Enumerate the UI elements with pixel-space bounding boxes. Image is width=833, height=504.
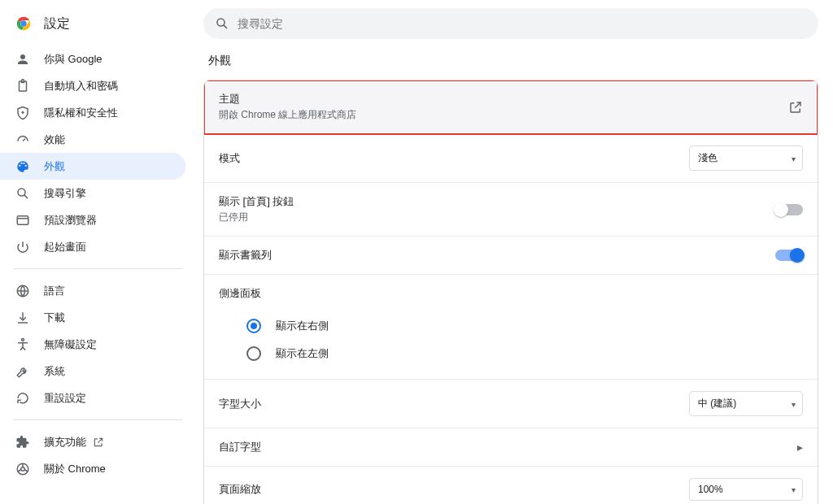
row-home-button: 顯示 [首頁] 按鈕 已停用	[204, 183, 818, 237]
row-custom-font[interactable]: 自訂字型 ▸	[204, 428, 818, 467]
sidebar-item-label: 關於 Chrome	[44, 462, 106, 476]
sidebar-item-label: 語言	[44, 284, 65, 298]
row-title: 字型大小	[219, 397, 689, 411]
row-font-size: 字型大小 中 (建議)	[204, 380, 818, 428]
side-panel-left-option[interactable]: 顯示在左側	[219, 340, 803, 367]
download-icon	[15, 311, 31, 325]
sidebar: 設定 你與 Google 自動填入和密碼 隱私權和安全性 效能 外觀	[0, 0, 195, 504]
sidebar-item-label: 無障礙設定	[44, 337, 97, 352]
sidebar-item-privacy[interactable]: 隱私權和安全性	[0, 99, 185, 126]
clipboard-icon	[15, 79, 31, 93]
open-in-new-icon	[93, 437, 104, 448]
row-title: 顯示書籤列	[219, 248, 775, 263]
row-title: 頁面縮放	[219, 482, 689, 497]
row-title: 顯示 [首頁] 按鈕	[219, 194, 775, 209]
svg-point-4	[18, 189, 25, 196]
row-page-zoom: 頁面縮放 100%	[204, 467, 818, 504]
sidebar-item-label: 預設瀏覽器	[44, 213, 97, 228]
row-theme[interactable]: 主題 開啟 Chrome 線上應用程式商店	[204, 80, 818, 134]
svg-line-5	[24, 194, 28, 198]
radio-icon	[246, 319, 261, 333]
person-icon	[15, 52, 31, 67]
power-icon	[15, 240, 31, 254]
side-panel-title: 側邊面板	[219, 286, 803, 301]
accessibility-icon	[15, 337, 31, 352]
sidebar-item-on-startup[interactable]: 起始畫面	[0, 233, 185, 260]
sidebar-item-label: 外觀	[44, 159, 65, 174]
sidebar-item-label: 下載	[44, 311, 65, 325]
sidebar-item-reset[interactable]: 重設設定	[0, 385, 185, 411]
home-button-toggle[interactable]	[775, 204, 803, 215]
font-size-select[interactable]: 中 (建議)	[689, 391, 803, 416]
appearance-card: 主題 開啟 Chrome 線上應用程式商店 模式 淺色 顯示 [首頁] 按鈕 已…	[203, 80, 818, 504]
svg-point-3	[22, 111, 24, 113]
search-bar[interactable]	[203, 8, 818, 39]
sidebar-item-you-and-google[interactable]: 你與 Google	[0, 46, 185, 72]
sidebar-list-2: 語言 下載 無障礙設定 系統 重設設定	[0, 277, 195, 411]
globe-icon	[15, 284, 31, 298]
section-title: 外觀	[208, 54, 818, 68]
sidebar-item-label: 自動填入和密碼	[44, 79, 118, 93]
sidebar-item-label: 搜尋引擎	[44, 186, 86, 201]
sidebar-item-label: 隱私權和安全性	[44, 106, 118, 120]
chrome-logo-icon	[15, 15, 33, 33]
row-subtitle: 已停用	[219, 211, 775, 224]
sidebar-item-search-engine[interactable]: 搜尋引擎	[0, 180, 185, 206]
reset-icon	[15, 391, 31, 406]
sidebar-divider	[13, 268, 182, 269]
sidebar-item-about-chrome[interactable]: 關於 Chrome	[0, 455, 185, 482]
row-title: 模式	[219, 151, 689, 166]
sidebar-item-label: 系統	[44, 364, 65, 379]
mode-select[interactable]: 淺色	[689, 146, 803, 171]
sidebar-list-1: 你與 Google 自動填入和密碼 隱私權和安全性 效能 外觀 搜尋引擎	[0, 46, 195, 260]
sidebar-item-label: 你與 Google	[44, 52, 102, 67]
open-in-new-icon	[788, 100, 803, 115]
radio-icon	[246, 346, 261, 361]
sidebar-item-label: 擴充功能	[44, 435, 86, 450]
bookmarks-toggle[interactable]	[775, 250, 803, 261]
sidebar-item-label: 起始畫面	[44, 240, 86, 254]
row-title: 主題	[219, 92, 788, 106]
svg-point-12	[217, 19, 225, 26]
main-content: 外觀 主題 開啟 Chrome 線上應用程式商店 模式 淺色 顯示	[195, 0, 833, 504]
sidebar-item-extensions[interactable]: 擴充功能	[0, 428, 185, 455]
chrome-outline-icon	[15, 462, 31, 476]
search-icon	[215, 16, 229, 31]
sidebar-item-appearance[interactable]: 外觀	[0, 153, 185, 180]
sidebar-item-accessibility[interactable]: 無障礙設定	[0, 331, 185, 358]
radio-label: 顯示在左側	[276, 346, 329, 361]
browser-icon	[15, 213, 31, 228]
zoom-select[interactable]: 100%	[689, 478, 803, 501]
sidebar-list-3: 擴充功能 關於 Chrome	[0, 428, 195, 482]
svg-rect-6	[17, 215, 28, 224]
sidebar-item-system[interactable]: 系統	[0, 358, 185, 385]
palette-icon	[15, 159, 31, 174]
sidebar-item-autofill[interactable]: 自動填入和密碼	[0, 72, 185, 99]
sidebar-item-label: 效能	[44, 133, 65, 147]
wrench-icon	[15, 364, 31, 379]
svg-point-9	[22, 338, 24, 341]
radio-label: 顯示在右側	[276, 319, 329, 333]
svg-point-11	[21, 467, 25, 471]
row-subtitle: 開啟 Chrome 線上應用程式商店	[219, 108, 788, 122]
row-mode: 模式 淺色	[204, 134, 818, 183]
search-input[interactable]	[238, 17, 807, 30]
search-icon	[15, 186, 31, 201]
row-side-panel: 側邊面板 顯示在右側 顯示在左側	[204, 275, 818, 380]
row-title: 自訂字型	[219, 440, 797, 454]
shield-icon	[15, 106, 31, 120]
side-panel-right-option[interactable]: 顯示在右側	[219, 312, 803, 340]
sidebar-item-downloads[interactable]: 下載	[0, 304, 185, 331]
sidebar-item-languages[interactable]: 語言	[0, 277, 185, 304]
sidebar-divider	[13, 419, 182, 420]
extension-icon	[15, 435, 31, 450]
sidebar-item-label: 重設設定	[44, 391, 86, 406]
page-title: 設定	[44, 15, 70, 33]
sidebar-header: 設定	[0, 11, 195, 46]
row-bookmarks-bar: 顯示書籤列	[204, 237, 818, 275]
svg-point-2	[21, 21, 26, 26]
speedometer-icon	[15, 133, 31, 147]
sidebar-item-default-browser[interactable]: 預設瀏覽器	[0, 206, 185, 233]
sidebar-item-performance[interactable]: 效能	[0, 126, 185, 153]
chevron-right-icon: ▸	[797, 441, 803, 454]
